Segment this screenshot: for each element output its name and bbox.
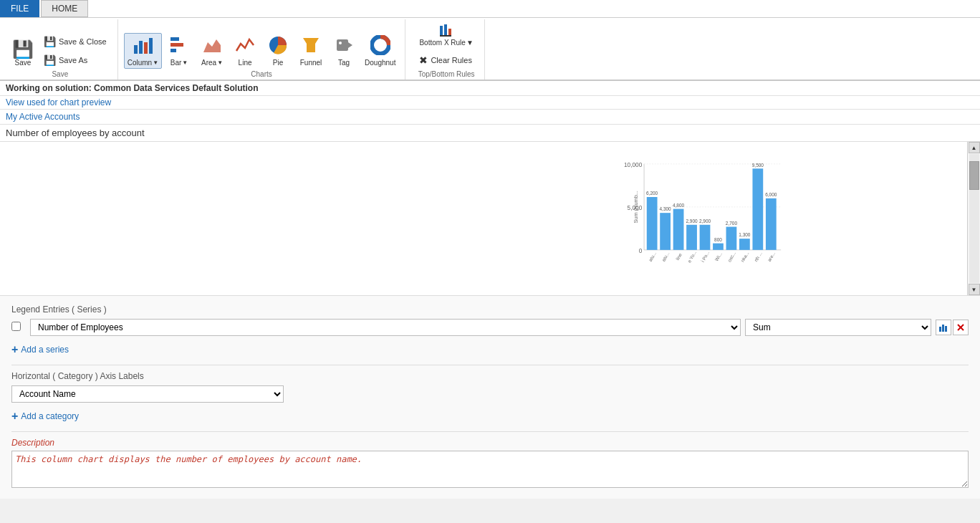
svg-text:10,000: 10,000	[624, 161, 643, 168]
chart-container: 10,000 5,000 0 Sum (Numb... 6,200 4,300 …	[619, 158, 791, 279]
top-x-icon	[438, 23, 454, 39]
legend-section-label: Legend Entries ( Series )	[11, 304, 969, 315]
svg-rect-48	[945, 326, 947, 332]
category-field-select[interactable]: Account Name	[11, 385, 284, 403]
divider-1	[11, 365, 969, 365]
bar-1	[647, 197, 658, 250]
chart-pie-button[interactable]: Pie	[262, 33, 294, 69]
chart-bar-button[interactable]: Bar ▼	[163, 33, 195, 69]
series-aggr-select[interactable]: Sum	[745, 319, 931, 336]
chart-doughnut-button[interactable]: Doughnut	[361, 33, 399, 69]
svg-rect-10	[337, 39, 348, 51]
svg-text:9,500: 9,500	[752, 163, 764, 168]
ribbon-topbottom-group: Bottom X Rule ▼ ✖ Clear Rules Top/Bottom…	[405, 19, 484, 80]
svg-marker-11	[348, 42, 352, 48]
save-close-button[interactable]: 💾 Save & Close	[39, 33, 112, 50]
svg-text:2,900: 2,900	[699, 219, 711, 224]
svg-text:are...: are...	[767, 251, 777, 262]
area-chart-icon	[202, 35, 222, 58]
series-row: Number of Employees Sum	[11, 319, 969, 336]
bar-6	[713, 244, 724, 250]
svg-rect-2	[144, 42, 148, 54]
bar-8	[739, 239, 750, 250]
bar-chart-icon	[169, 35, 189, 58]
save-as-button[interactable]: 💾 Save As	[39, 52, 112, 69]
chart-type-items: Column ▼ Bar ▼ Area ▼ Line	[124, 21, 400, 69]
save-items: 💾 Save 💾 Save & Close 💾 Save As	[9, 21, 112, 69]
series-field-select[interactable]: Number of Employees	[30, 319, 741, 336]
add-category-button[interactable]: + Add a category	[11, 407, 969, 426]
chart-line-button[interactable]: Line	[229, 33, 261, 69]
doughnut-chart-icon	[370, 35, 390, 58]
view-preview-link[interactable]: View used for chart preview	[6, 97, 111, 107]
chart-funnel-button[interactable]: Funnel	[295, 33, 327, 69]
chart-area: 10,000 5,000 0 Sum (Numb... 6,200 4,300 …	[0, 142, 980, 296]
svg-text:line: line	[675, 252, 683, 262]
description-textarea[interactable]: This column chart displays the number of…	[11, 451, 969, 488]
svg-marker-7	[203, 39, 221, 52]
svg-text:nka...: nka...	[740, 250, 750, 262]
svg-rect-4	[170, 37, 179, 41]
svg-rect-15	[444, 24, 447, 37]
working-bar: Working on solution: Common Data Service…	[0, 81, 980, 96]
chart-area-button[interactable]: Area ▼	[196, 33, 228, 69]
scroll-down-button[interactable]: ▼	[969, 284, 980, 295]
view-bar: View used for chart preview	[0, 96, 980, 110]
svg-rect-5	[170, 43, 183, 47]
chart-scrollbar[interactable]: ▲ ▼	[967, 142, 980, 295]
save-as-icon: 💾	[44, 54, 56, 66]
svg-text:4,800: 4,800	[673, 203, 685, 208]
svg-rect-17	[440, 35, 451, 37]
ribbon-rules: ✖ Clear Rules	[414, 52, 476, 69]
svg-text:atu...: atu...	[648, 251, 657, 262]
topbottom-items: Bottom X Rule ▼ ✖ Clear Rules	[414, 21, 478, 69]
account-bar[interactable]: My Active Accounts	[0, 110, 980, 125]
chart-title-bar: Number of employees by account	[0, 125, 980, 142]
tab-home[interactable]: HOME	[41, 0, 88, 17]
svg-text:6,000: 6,000	[765, 192, 777, 197]
svg-text:4,300: 4,300	[660, 206, 672, 211]
series-bar-chart-icon-btn[interactable]	[936, 320, 951, 335]
clear-rules-button[interactable]: ✖ Clear Rules	[414, 52, 476, 69]
tab-bar: FILE HOME	[0, 0, 980, 18]
scroll-track	[969, 154, 979, 283]
description-label: Description	[11, 438, 969, 448]
series-icon-bar	[936, 320, 969, 335]
divider-2	[11, 431, 969, 432]
ribbon-charts-group: Column ▼ Bar ▼ Area ▼ Line	[118, 19, 406, 80]
svg-text:6,200: 6,200	[646, 191, 658, 196]
category-section-label: Horizontal ( Category ) Axis Labels	[11, 371, 969, 381]
category-row: Account Name	[11, 385, 969, 403]
tab-file[interactable]: FILE	[0, 0, 39, 17]
svg-text:Sum (Numb...: Sum (Numb...	[633, 191, 639, 224]
save-button[interactable]: 💾 Save	[9, 39, 37, 69]
svg-text:e Yo...: e Yo...	[686, 250, 697, 264]
scroll-thumb[interactable]	[969, 161, 979, 190]
svg-rect-47	[942, 325, 944, 332]
scroll-up-button[interactable]: ▲	[969, 142, 980, 153]
svg-rect-46	[939, 327, 941, 332]
chart-svg: 10,000 5,000 0 Sum (Numb... 6,200 4,300 …	[619, 158, 791, 279]
svg-text:osc...: osc...	[726, 251, 736, 263]
series-delete-icon-btn[interactable]	[953, 320, 969, 335]
bar-10	[766, 198, 777, 250]
save-icon: 💾	[12, 41, 34, 58]
line-chart-icon	[235, 35, 255, 58]
top-x-rule-button[interactable]: Bottom X Rule ▼	[414, 21, 478, 49]
chart-column-button[interactable]: Column ▼	[124, 33, 162, 69]
top-x-group: Bottom X Rule ▼	[414, 21, 478, 49]
svg-rect-0	[134, 45, 138, 54]
add-category-icon: +	[11, 410, 18, 423]
chart-tag-button[interactable]: Tag	[328, 33, 360, 69]
funnel-chart-icon	[301, 35, 321, 58]
series-checkbox-col	[11, 322, 26, 333]
bar-7	[726, 227, 737, 250]
add-series-button[interactable]: + Add a series	[11, 340, 969, 359]
series-checkbox[interactable]	[11, 322, 21, 331]
svg-text:0: 0	[639, 247, 643, 254]
svg-text:2,900: 2,900	[686, 219, 698, 224]
svg-text:Wi...: Wi...	[714, 251, 723, 262]
bar-9	[752, 168, 763, 250]
svg-rect-6	[170, 49, 176, 52]
bar-4	[686, 225, 697, 250]
